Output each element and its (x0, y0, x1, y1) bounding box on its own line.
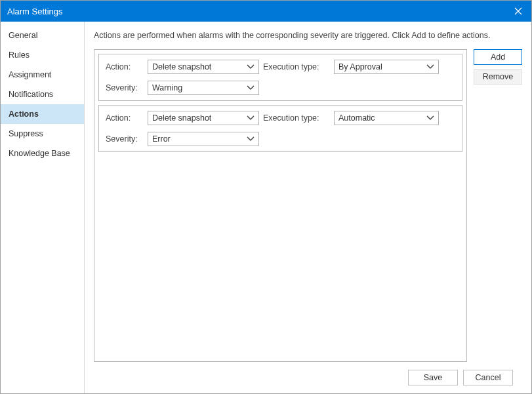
action-select[interactable]: Delete snapshot (148, 111, 259, 125)
content-row: Action: Delete snapshot Execution type: … (94, 49, 522, 362)
sidebar-item-label: Suppress (9, 129, 43, 138)
action-select-value: Delete snapshot (152, 113, 211, 123)
sidebar-item-label: Assignment (9, 70, 51, 79)
button-label: Remove (483, 72, 514, 81)
remove-button: Remove (474, 69, 522, 85)
window-title: Alarm Settings (7, 7, 63, 16)
chevron-down-icon (247, 64, 255, 69)
execution-type-select[interactable]: Automatic (334, 111, 439, 125)
sidebar-item-label: Knowledge Base (9, 149, 70, 158)
footer: Save Cancel (94, 362, 522, 393)
window-body: General Rules Assignment Notifications A… (1, 22, 531, 393)
sidebar-item-notifications[interactable]: Notifications (1, 85, 84, 104)
description-text: Actions are performed when alarms with t… (94, 31, 522, 40)
alarm-settings-window: Alarm Settings General Rules Assignment … (0, 0, 532, 394)
cancel-button[interactable]: Cancel (463, 370, 513, 385)
chevron-down-icon (247, 85, 255, 90)
chevron-down-icon (426, 115, 434, 121)
execution-type-select-value: Automatic (338, 113, 375, 123)
sidebar-item-suppress[interactable]: Suppress (1, 124, 84, 144)
sidebar-item-label: Notifications (9, 90, 53, 99)
action-label: Action: (106, 113, 144, 123)
records-container: Action: Delete snapshot Execution type: … (94, 49, 467, 362)
sidebar-item-knowledge-base[interactable]: Knowledge Base (1, 144, 84, 163)
sidebar-item-label: General (9, 31, 37, 40)
severity-select-value: Warning (152, 83, 182, 92)
execution-type-select-value: By Approval (338, 62, 382, 71)
severity-label: Severity: (106, 83, 144, 92)
severity-select[interactable]: Warning (148, 81, 259, 95)
action-select[interactable]: Delete snapshot (148, 60, 259, 74)
titlebar: Alarm Settings (1, 1, 531, 22)
button-label: Cancel (476, 373, 501, 382)
sidebar-item-general[interactable]: General (1, 26, 84, 45)
action-label: Action: (106, 62, 144, 71)
sidebar-item-rules[interactable]: Rules (1, 45, 84, 65)
button-label: Add (491, 52, 505, 62)
action-record: Action: Delete snapshot Execution type: … (98, 105, 462, 152)
chevron-down-icon (247, 136, 255, 142)
severity-select[interactable]: Error (148, 132, 259, 146)
execution-type-select[interactable]: By Approval (334, 60, 439, 74)
chevron-down-icon (247, 115, 255, 121)
main-panel: Actions are performed when alarms with t… (85, 22, 531, 393)
severity-label: Severity: (106, 134, 144, 144)
sidebar: General Rules Assignment Notifications A… (1, 22, 85, 393)
sidebar-item-label: Rules (9, 50, 30, 60)
button-label: Save (424, 373, 443, 382)
sidebar-item-actions[interactable]: Actions (1, 104, 84, 124)
close-button[interactable] (505, 1, 531, 22)
execution-type-label: Execution type: (263, 62, 330, 71)
save-button[interactable]: Save (408, 370, 458, 385)
add-button[interactable]: Add (474, 49, 522, 65)
chevron-down-icon (426, 64, 434, 69)
action-select-value: Delete snapshot (152, 62, 211, 71)
severity-select-value: Error (152, 134, 171, 144)
close-icon (514, 7, 522, 15)
sidebar-item-label: Actions (9, 109, 39, 119)
side-buttons: Add Remove (474, 49, 522, 362)
execution-type-label: Execution type: (263, 113, 330, 123)
action-record: Action: Delete snapshot Execution type: … (98, 54, 462, 101)
sidebar-item-assignment[interactable]: Assignment (1, 65, 84, 85)
